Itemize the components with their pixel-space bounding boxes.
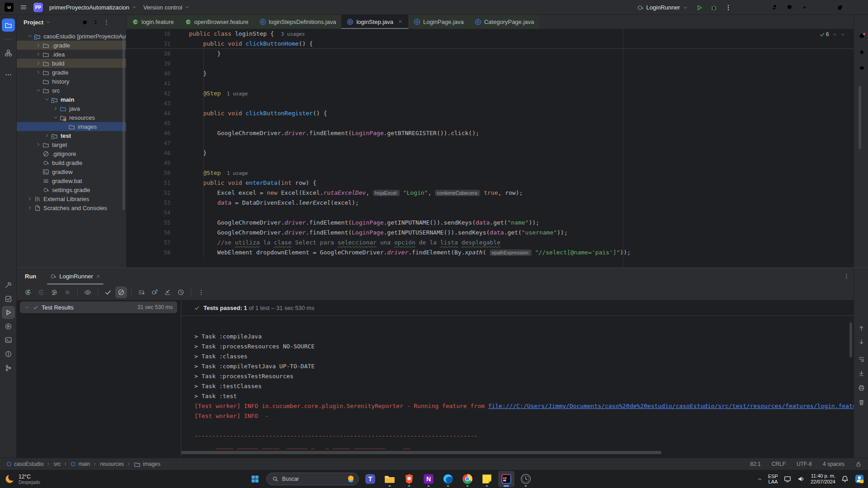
tree-item-gradlew[interactable]: gradlew — [17, 167, 127, 176]
project-avatar[interactable]: PP — [33, 3, 43, 12]
plug-icon[interactable] — [857, 63, 867, 73]
tree-item-resources[interactable]: resources — [17, 113, 127, 122]
show-passed-eye-button[interactable] — [82, 286, 94, 298]
search-everywhere-icon[interactable] — [783, 1, 797, 14]
breadcrumb-images[interactable]: images — [134, 461, 160, 468]
console-vscrollbar[interactable] — [849, 322, 852, 357]
chevron-down-icon[interactable] — [44, 97, 50, 102]
start-button[interactable] — [247, 471, 263, 487]
tree-item-external-libraries[interactable]: External Libraries — [17, 194, 127, 203]
taskbar-app-intellij[interactable]: IJ — [498, 471, 514, 487]
project-tree-scrollbar[interactable] — [123, 38, 125, 210]
tree-item-scratches-and-consoles[interactable]: Scratches and Consoles — [17, 203, 127, 212]
more-actions-icon[interactable] — [722, 1, 735, 14]
print-button[interactable] — [856, 383, 866, 393]
tree-item-test[interactable]: test — [17, 131, 127, 140]
code-line-58[interactable]: 58 WebElement dropdownElement = GoogleCh… — [127, 248, 854, 258]
code-line-43[interactable]: 43 — [127, 99, 854, 108]
editor-tab-openbrowser.feature[interactable]: openBrowser.feature — [179, 15, 254, 29]
code-line-42[interactable]: 42 @Step 1 usage — [127, 89, 854, 99]
code-line-16[interactable]: 16public class loginStep { 3 usages — [127, 29, 854, 39]
clear-all-button[interactable] — [856, 397, 866, 407]
tool-build-hammer-button[interactable] — [2, 278, 15, 291]
tool-problems-button[interactable] — [2, 347, 15, 361]
tree-item-settings.gradle[interactable]: settings.gradle — [17, 185, 127, 194]
tray-chevron-up-icon[interactable] — [757, 476, 763, 482]
open-gradle-report-button[interactable] — [149, 286, 160, 298]
more-options-button[interactable] — [195, 286, 207, 298]
tool-more-horiz-button[interactable] — [2, 68, 15, 81]
taskbar-weather-widget[interactable]: 12°C Despejado — [5, 474, 40, 485]
status-line-ending[interactable]: CRLF — [772, 461, 786, 467]
tool-structure-button[interactable] — [2, 47, 15, 60]
taskbar-app-edge[interactable] — [440, 471, 456, 487]
notification-bell-icon[interactable] — [841, 475, 849, 483]
stop-button[interactable] — [61, 286, 73, 298]
code-line-49[interactable]: 49 — [127, 158, 854, 168]
code-with-me-icon[interactable] — [769, 1, 782, 14]
window-close-button[interactable] — [850, 0, 868, 15]
status-encoding[interactable]: UTF-8 — [797, 461, 812, 467]
editor-tab-login.feature[interactable]: login.feature — [127, 15, 179, 29]
tree-item-build.gradle[interactable]: build.gradle — [17, 158, 127, 167]
code-line-31[interactable]: 31 public void clickButtonHome() { — [127, 39, 854, 49]
console-hscrollbar-thumb[interactable] — [181, 451, 661, 454]
main-menu-icon[interactable] — [20, 4, 27, 11]
code-line-48[interactable]: 48 } — [127, 148, 854, 158]
editor-tab-loginstepsdefinitions.java[interactable]: CloginStepsDefinitions.java — [254, 15, 342, 29]
tree-item-java[interactable]: java — [17, 104, 127, 113]
taskbar-app-explorer[interactable] — [382, 471, 398, 487]
close-icon[interactable] — [96, 274, 101, 279]
tree-item-main[interactable]: main — [17, 95, 127, 104]
tool-project-folder-button[interactable] — [2, 19, 15, 32]
breadcrumb-casoestudio[interactable]: casoEstudio — [6, 461, 43, 467]
tool-version-control-button[interactable] — [2, 361, 15, 375]
tree-item-.gradle[interactable]: .gradle — [17, 41, 127, 50]
rerun-failed-tests-button[interactable] — [48, 286, 60, 298]
editor-tab-loginpage.java[interactable]: CLoginPage.java — [408, 15, 469, 29]
close-icon[interactable] — [398, 19, 403, 24]
breadcrumb-src[interactable]: src — [53, 461, 61, 467]
passed-check-button[interactable] — [102, 286, 114, 298]
code-line-54[interactable]: 54 — [127, 208, 854, 218]
tree-item-history[interactable]: history — [17, 77, 127, 86]
run-button[interactable] — [693, 1, 706, 14]
code-area[interactable]: 58 WebElement dropdownElement = GoogleCh… — [127, 29, 854, 267]
test-history-button[interactable] — [175, 286, 187, 298]
debug-button[interactable] — [707, 1, 721, 14]
arrow-down-button[interactable] — [856, 337, 866, 347]
locate-file-icon[interactable] — [79, 17, 90, 28]
arrow-up-button[interactable] — [856, 323, 866, 333]
tree-item-src[interactable]: src — [17, 86, 127, 95]
project-widget[interactable]: primerProyectoAutomatizacion — [49, 4, 137, 11]
code-line-52[interactable]: 52 Excel excel = new Excel(Excel.rutaExc… — [127, 188, 854, 198]
tree-item-images[interactable]: images — [17, 122, 127, 131]
code-line-41[interactable]: 41 — [127, 79, 854, 89]
editor-tab-categorypage.java[interactable]: CCategoryPage.java — [469, 15, 540, 29]
chevron-right-icon[interactable] — [36, 142, 41, 147]
panel-options-icon[interactable] — [101, 17, 112, 28]
tree-item-casoestudio-primerproyectoautomatizacion-[interactable]: casoEstudio [primerProyectoAutomatizacio… — [17, 32, 127, 41]
code-line-56[interactable]: 56 GoogleChromeDriver.driver.findElement… — [127, 228, 854, 238]
tree-item-gradlew.bat[interactable]: gradlew.bat — [17, 176, 127, 185]
tree-item-gradle[interactable]: gradle — [17, 68, 127, 77]
panel-options-icon[interactable] — [841, 271, 852, 282]
chevron-right-icon[interactable] — [27, 196, 33, 202]
chevron-right-icon[interactable] — [27, 205, 33, 211]
readonly-toggle-icon[interactable] — [855, 461, 862, 467]
tree-item-build[interactable]: build — [17, 59, 127, 68]
breadcrumb-resources[interactable]: resources — [100, 461, 124, 467]
tree-item-.idea[interactable]: .idea — [17, 50, 127, 59]
ai-assistant-icon[interactable] — [857, 47, 867, 57]
taskbar-app-teams[interactable]: T — [362, 471, 378, 487]
chevron-right-icon[interactable] — [36, 52, 41, 57]
code-line-47[interactable]: 47 — [127, 138, 854, 148]
tool-services-button[interactable] — [2, 320, 15, 333]
import-test-results-button[interactable] — [162, 286, 174, 298]
run-configuration-selector[interactable]: LoginRunner — [637, 4, 688, 11]
status-indent[interactable]: 4 spaces — [823, 461, 844, 467]
breadcrumb-main[interactable]: main — [71, 461, 90, 467]
chevron-right-icon[interactable] — [36, 70, 41, 75]
onedrive-person-icon[interactable] — [854, 474, 864, 484]
chevron-down-icon[interactable] — [46, 20, 51, 25]
